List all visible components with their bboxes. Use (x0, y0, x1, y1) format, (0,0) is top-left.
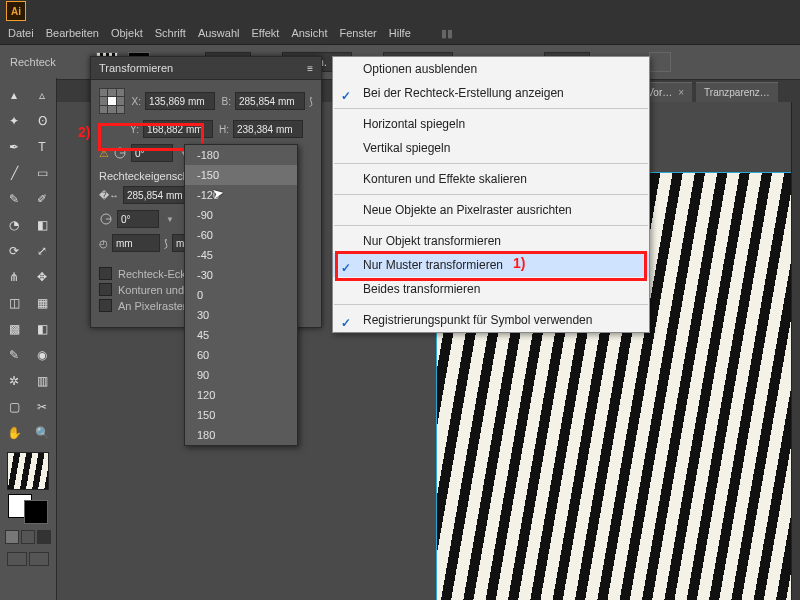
angle-option[interactable]: 90 (185, 365, 297, 385)
menu-view[interactable]: Ansicht (291, 27, 327, 39)
ctx-item[interactable]: Optionen ausblenden (333, 57, 649, 81)
step-2-label: 2) (78, 124, 90, 140)
selection-tool[interactable]: ▴ (1, 83, 27, 107)
line-tool[interactable]: ╱ (1, 161, 27, 185)
scale-tool[interactable]: ⤢ (29, 239, 55, 263)
graph-tool[interactable]: ▥ (29, 369, 55, 393)
angle-option[interactable]: -60 (185, 225, 297, 245)
style-swatch[interactable] (649, 52, 671, 72)
screen-mode-bar[interactable] (6, 552, 50, 566)
app-logo: Ai (6, 1, 26, 21)
eraser-tool[interactable]: ◧ (29, 213, 55, 237)
ctx-item[interactable]: Vertikal spiegeln (333, 136, 649, 160)
angle-option[interactable]: 30 (185, 305, 297, 325)
check-icon: ✓ (341, 316, 351, 330)
pencil-tool[interactable]: ✐ (29, 187, 55, 211)
menu-help[interactable]: Hilfe (389, 27, 411, 39)
angle-option[interactable]: -150 (185, 165, 297, 185)
rotate-tool[interactable]: ⟳ (1, 239, 27, 263)
ctx-item[interactable]: Registrierungspunkt für Symbol verwenden… (333, 308, 649, 332)
separator (334, 163, 648, 164)
menu-window[interactable]: Fenster (339, 27, 376, 39)
angle-option[interactable]: 180 (185, 425, 297, 445)
magic-wand-tool[interactable]: ✦ (1, 109, 27, 133)
panel-title: Transformieren (99, 62, 173, 74)
ctx-item[interactable]: Nur Muster transformieren✓ (333, 253, 649, 277)
angle-option[interactable]: -180 (185, 145, 297, 165)
angle-option[interactable]: -45 (185, 245, 297, 265)
x-field[interactable]: 135,869 mm (145, 92, 215, 110)
color-mode-bar[interactable] (4, 530, 52, 544)
blend-tool[interactable]: ◉ (29, 343, 55, 367)
panel-context-menu: Optionen ausblendenBei der Rechteck-Erst… (332, 56, 650, 333)
w-field[interactable]: 285,854 mm (235, 92, 305, 110)
angle-option[interactable]: 0 (185, 285, 297, 305)
angle-option[interactable]: -30 (185, 265, 297, 285)
symbol-sprayer-tool[interactable]: ✲ (1, 369, 27, 393)
ctx-item[interactable]: Konturen und Effekte skalieren (333, 167, 649, 191)
slice-tool[interactable]: ✂ (29, 395, 55, 419)
separator (334, 108, 648, 109)
type-tool[interactable]: T (29, 135, 55, 159)
close-icon[interactable]: × (678, 87, 684, 98)
rotate-icon (99, 212, 113, 226)
reference-point-grid[interactable] (99, 88, 125, 114)
angle-option[interactable]: -90 (185, 205, 297, 225)
panel-menu-icon[interactable]: ≡ (307, 63, 313, 74)
ctx-item[interactable]: Beides transformieren (333, 277, 649, 301)
color-swap[interactable] (8, 494, 48, 524)
menu-type[interactable]: Schrift (155, 27, 186, 39)
pen-tool[interactable]: ✒ (1, 135, 27, 159)
angle-dropdown[interactable]: -180 -150 -120 -90 -60 -45 -30 0 30 45 6… (184, 144, 298, 446)
mesh-tool[interactable]: ▩ (1, 317, 27, 341)
free-transform-tool[interactable]: ✥ (29, 265, 55, 289)
angle-option[interactable]: 150 (185, 405, 297, 425)
rect-width-icon: �↔ (99, 190, 119, 201)
zoom-tool[interactable]: 🔍 (29, 421, 55, 445)
menu-edit[interactable]: Bearbeiten (46, 27, 99, 39)
menu-object[interactable]: Objekt (111, 27, 143, 39)
angle-option[interactable]: 45 (185, 325, 297, 345)
gradient-tool[interactable]: ◧ (29, 317, 55, 341)
direct-selection-tool[interactable]: ▵ (29, 83, 55, 107)
ctx-item[interactable]: Horizontal spiegeln (333, 112, 649, 136)
shape-builder-tool[interactable]: ◫ (1, 291, 27, 315)
rect-angle-field[interactable]: 0° (117, 210, 159, 228)
angle-option[interactable]: 60 (185, 345, 297, 365)
check-icon: ✓ (341, 89, 351, 103)
ctx-item[interactable]: Bei der Rechteck-Erstellung anzeigen✓ (333, 81, 649, 105)
menu-file[interactable]: Datei (8, 27, 34, 39)
ctx-item[interactable]: Nur Objekt transformieren (333, 229, 649, 253)
eyedropper-tool[interactable]: ✎ (1, 343, 27, 367)
ctx-item[interactable]: Neue Objekte an Pixelraster ausrichten (333, 198, 649, 222)
doc-tab[interactable]: Tranzparenz… (696, 82, 778, 103)
angle-option[interactable]: 120 (185, 385, 297, 405)
y-field[interactable]: 168,882 mm (143, 120, 213, 138)
rotate-field[interactable]: 0° (131, 144, 173, 162)
right-panel-stub[interactable] (791, 102, 800, 600)
angle-option[interactable]: -120 (185, 185, 297, 205)
separator (334, 194, 648, 195)
toolbox: ▴▵ ✦ʘ ✒T ╱▭ ✎✐ ◔◧ ⟳⤢ ⋔✥ ◫▦ ▩◧ ✎◉ ✲▥ ▢✂ ✋… (0, 78, 57, 600)
rect-w-field[interactable]: 285,854 mm (123, 186, 193, 204)
brush-tool[interactable]: ✎ (1, 187, 27, 211)
rotate-icon (113, 146, 127, 160)
hand-tool[interactable]: ✋ (1, 421, 27, 445)
perspective-tool[interactable]: ▦ (29, 291, 55, 315)
blob-brush-tool[interactable]: ◔ (1, 213, 27, 237)
menu-select[interactable]: Auswahl (198, 27, 240, 39)
lasso-tool[interactable]: ʘ (29, 109, 55, 133)
menu-effect[interactable]: Effekt (251, 27, 279, 39)
separator (334, 225, 648, 226)
h-field[interactable]: 238,384 mm (233, 120, 303, 138)
corner-tl-icon: ◴ (99, 238, 108, 249)
rectangle-tool[interactable]: ▭ (29, 161, 55, 185)
chevron-down-icon[interactable]: ▼ (166, 215, 174, 224)
fill-preview[interactable] (7, 452, 49, 490)
artboard-tool[interactable]: ▢ (1, 395, 27, 419)
corner-a-field[interactable]: mm (112, 234, 160, 252)
check-icon: ✓ (341, 261, 351, 275)
width-tool[interactable]: ⋔ (1, 265, 27, 289)
link-icon[interactable]: ⟆ (309, 96, 313, 107)
link-icon[interactable]: ⟆ (164, 238, 168, 249)
